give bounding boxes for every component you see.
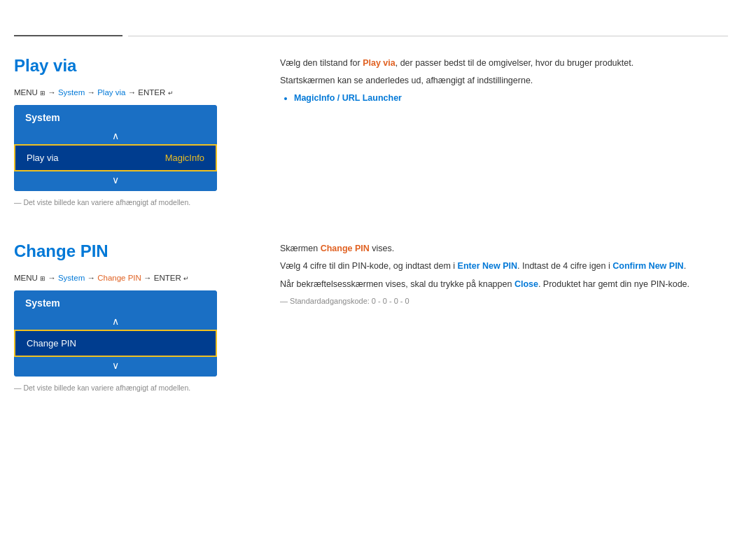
arrow-up-play-via: ∧ bbox=[14, 127, 217, 144]
top-line-long bbox=[128, 36, 728, 36]
section-title-change-pin: Change PIN bbox=[14, 241, 252, 261]
image-note-change-pin: Det viste billede kan variere afhængigt … bbox=[14, 384, 252, 392]
bullet-item-magic-info: MagicInfo / URL Launcher bbox=[294, 93, 728, 103]
item-label-play-via: Play via bbox=[27, 153, 59, 163]
item-label-change-pin: Change PIN bbox=[27, 338, 76, 349]
section-change-pin-right: Skærmen Change PIN vises. Vælg 4 cifre t… bbox=[280, 241, 728, 392]
arrow-down-change-pin: ∨ bbox=[14, 357, 217, 377]
section-play-via-right: Vælg den tilstand for Play via, der pass… bbox=[280, 56, 728, 206]
system-menu-box-play-via: System ∧ Play via MagicInfo ∨ bbox=[14, 105, 217, 191]
arrow-down-play-via: ∨ bbox=[14, 171, 217, 191]
item-value-play-via: MagicInfo bbox=[165, 153, 204, 163]
desc-change-pin-1: Skærmen Change PIN vises. bbox=[280, 241, 728, 256]
system-menu-box-change-pin: System ∧ Change PIN ∨ bbox=[14, 290, 217, 377]
page-container: Play via MENU ⊞ → System → Play via → EN… bbox=[0, 0, 756, 534]
system-menu-header-change-pin: System bbox=[14, 290, 217, 313]
desc-change-pin-4: — Standardadgangskode: 0 - 0 - 0 - 0 bbox=[280, 295, 728, 308]
desc-play-via-2: Startskærmen kan se anderledes ud, afhæn… bbox=[280, 73, 728, 88]
menu-path-change-pin: MENU ⊞ → System → Change PIN → ENTER ↵ bbox=[14, 274, 252, 282]
bullet-list-play-via: MagicInfo / URL Launcher bbox=[287, 93, 728, 103]
top-line-short bbox=[14, 35, 122, 36]
arrow-up-change-pin: ∧ bbox=[14, 313, 217, 330]
desc-change-pin-3: Når bekræftelsesskærmen vises, skal du t… bbox=[280, 277, 728, 292]
system-menu-header-play-via: System bbox=[14, 105, 217, 127]
main-content: Play via MENU ⊞ → System → Play via → EN… bbox=[0, 0, 756, 534]
desc-play-via-1: Vælg den tilstand for Play via, der pass… bbox=[280, 56, 728, 71]
top-lines bbox=[14, 35, 728, 36]
menu-item-play-via: Play via MagicInfo bbox=[14, 144, 217, 171]
menu-item-change-pin: Change PIN bbox=[14, 330, 217, 357]
section-play-via-left: Play via MENU ⊞ → System → Play via → EN… bbox=[14, 56, 252, 206]
section-play-via: Play via MENU ⊞ → System → Play via → EN… bbox=[14, 56, 728, 206]
section-change-pin-left: Change PIN MENU ⊞ → System → Change PIN … bbox=[14, 241, 252, 392]
desc-change-pin-2: Vælg 4 cifre til din PIN-kode, og indtas… bbox=[280, 259, 728, 274]
section-title-play-via: Play via bbox=[14, 56, 252, 76]
section-change-pin: Change PIN MENU ⊞ → System → Change PIN … bbox=[14, 241, 728, 392]
menu-path-play-via: MENU ⊞ → System → Play via → ENTER ↵ bbox=[14, 88, 252, 97]
image-note-play-via: Det viste billede kan variere afhængigt … bbox=[14, 198, 252, 206]
